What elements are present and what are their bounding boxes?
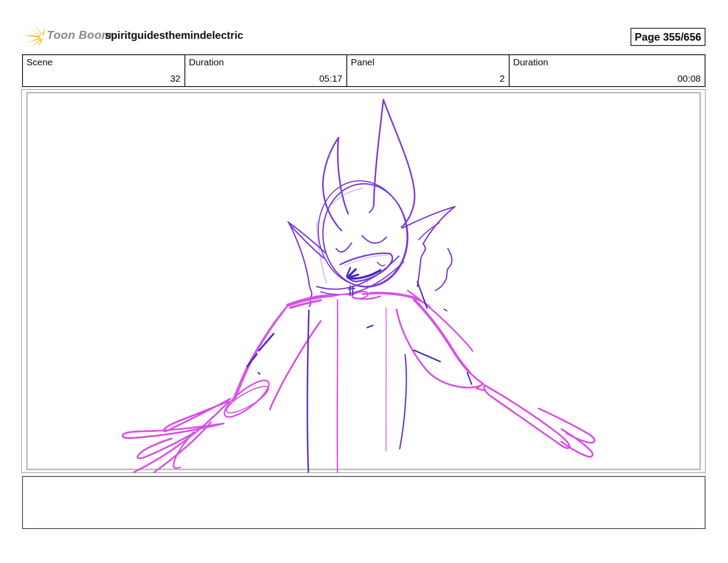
camera-frame bbox=[27, 93, 700, 469]
panel-duration-cell: Duration 00:08 bbox=[509, 55, 705, 86]
robe-folds bbox=[308, 300, 447, 472]
page-number-text: Page 355/656 bbox=[635, 31, 702, 43]
scene-duration-value: 05:17 bbox=[319, 73, 342, 84]
right-hand bbox=[484, 385, 594, 457]
collar-shoulders bbox=[287, 286, 430, 308]
scene-duration-label: Duration bbox=[189, 57, 224, 68]
project-title: spiritguidesthemindelectric bbox=[105, 29, 243, 42]
scene-label: Scene bbox=[26, 57, 53, 68]
panel-info-row: Scene 32 Duration 05:17 Panel 2 Duration… bbox=[22, 54, 705, 87]
storyboard-sketch bbox=[22, 90, 705, 472]
scene-cell: Scene 32 bbox=[23, 55, 184, 86]
panel-number-label: Panel bbox=[351, 57, 375, 68]
scene-duration-cell: Duration 05:17 bbox=[184, 55, 346, 86]
scene-value: 32 bbox=[170, 73, 180, 84]
panel-number-value: 2 bbox=[499, 73, 505, 84]
horns bbox=[323, 100, 415, 230]
storyboard-page: Toon Boom spiritguidesthemindelectric Pa… bbox=[0, 0, 728, 563]
brand-text: Toon Boom bbox=[47, 28, 112, 42]
storyboard-panel bbox=[21, 89, 705, 473]
left-hand bbox=[123, 399, 230, 472]
panel-duration-label: Duration bbox=[513, 57, 548, 68]
panel-number-cell: Panel 2 bbox=[346, 55, 509, 86]
page-number-badge: Page 355/656 bbox=[630, 28, 705, 46]
toonboom-starburst-icon bbox=[21, 24, 49, 49]
panel-duration-value: 00:08 bbox=[677, 73, 701, 84]
head bbox=[310, 174, 416, 293]
caption-box bbox=[22, 476, 705, 529]
right-arm bbox=[397, 282, 484, 390]
left-arm bbox=[220, 307, 321, 423]
